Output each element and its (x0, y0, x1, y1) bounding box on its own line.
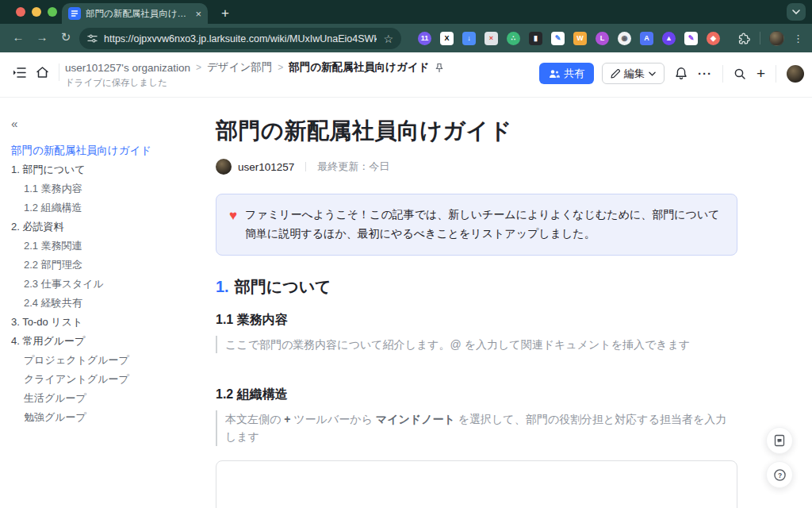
toc-item[interactable]: 2.1 業務関連 (0, 237, 206, 256)
placeholder-text-1-1[interactable]: ここで部門の業務内容について紹介します。@ を入力して関連ドキュメントを挿入でき… (216, 336, 737, 353)
heading-number: 1. (216, 278, 229, 295)
refresh-icon[interactable]: ↻ (57, 30, 75, 44)
extension-icon[interactable]: ▲ (662, 32, 676, 45)
toc-item[interactable]: クライアントグループ (0, 370, 206, 389)
extension-icon[interactable]: ↓ (462, 32, 476, 45)
header-divider (59, 64, 59, 81)
section-heading-1: 1.部門について (216, 276, 737, 298)
forward-icon[interactable]: → (33, 30, 51, 44)
extension-icon[interactable]: ◉ (618, 32, 631, 45)
author-name[interactable]: user101257 (238, 161, 294, 173)
minimize-window-button[interactable] (32, 7, 41, 17)
page-title: 部門の新配属社員向けガイド (216, 116, 737, 146)
toc-item[interactable]: 生活グループ (0, 389, 206, 408)
more-options-icon[interactable]: ··· (698, 67, 712, 80)
document-content: 部門の新配属社員向けガイド user101257 最終更新：今日 ♥ ファミリー… (216, 98, 737, 508)
breadcrumb-separator: > (196, 62, 201, 73)
toc-item[interactable]: 2.3 仕事スタイル (0, 275, 206, 294)
new-tab-button[interactable]: + (216, 4, 235, 23)
author-avatar[interactable] (216, 159, 232, 175)
toc-item-label: クライアントグループ (24, 373, 129, 385)
toc-item-label: 部門の新配属社員向けガイド (11, 144, 151, 156)
site-settings-icon[interactable] (87, 33, 98, 44)
fullscreen-window-button[interactable] (48, 7, 57, 17)
browser-menu-icon[interactable]: ⋮ (793, 33, 803, 44)
create-new-icon[interactable]: + (756, 65, 765, 83)
extension-icon[interactable]: ✎ (551, 32, 565, 45)
toc-item[interactable]: 2.4 経験共有 (0, 294, 206, 313)
bookmark-star-icon[interactable]: ☆ (383, 33, 393, 45)
back-icon[interactable]: ← (10, 30, 27, 44)
toc-item-label: 勉強グループ (24, 411, 86, 423)
home-icon[interactable] (36, 66, 49, 79)
toc-item[interactable]: 2. 必読資料 (0, 217, 206, 237)
browser-tab[interactable]: 部門の新配属社員向けガイド - L × (62, 3, 208, 24)
toc-item[interactable]: プロジェクトグループ (0, 351, 206, 370)
breadcrumb-org[interactable]: user101257's organization (65, 62, 190, 74)
extensions-row: 11 X ↓ × ∴ ▮ ✎ W L ◉ A ▲ ✎ ◆ (418, 24, 720, 52)
toc-item[interactable]: 部門の新配属社員向けガイド (0, 141, 206, 160)
breadcrumb-dept[interactable]: デザイン部門 (207, 60, 272, 75)
extension-icon[interactable]: W (573, 32, 587, 45)
author-row: user101257 最終更新：今日 (216, 159, 737, 175)
breadcrumb-separator: > (278, 62, 283, 73)
url-bar[interactable]: https://ojpxvvw6nxo3.jp.larksuite.com/wi… (79, 28, 401, 49)
extension-icon[interactable]: A (640, 32, 653, 45)
toc-item-label: 4. 常用グループ (11, 335, 85, 347)
heart-emoji: ♥ (229, 206, 237, 244)
tab-close-icon[interactable]: × (195, 9, 201, 19)
meta-divider (305, 162, 306, 171)
notification-bell-icon[interactable] (675, 67, 688, 80)
toc-item-label: 生活グループ (24, 392, 86, 404)
feedback-doc-button[interactable] (766, 427, 793, 454)
welcome-callout: ♥ ファミリーへようこそ！この記事では、新しいチームによりよくなじむために、部門… (216, 194, 737, 256)
toc-item-label: 1. 部門について (11, 164, 86, 175)
toc-item[interactable]: 4. 常用グループ (0, 332, 206, 351)
extension-icon[interactable]: ∴ (507, 32, 520, 45)
chevron-down-icon (649, 71, 656, 76)
toc-item[interactable]: 勉強グループ (0, 408, 206, 427)
close-window-button[interactable] (16, 7, 25, 17)
collapse-sidebar-icon[interactable]: « (11, 117, 206, 130)
toc-item[interactable]: 2.2 部門理念 (0, 256, 206, 275)
heading-text: 部門について (235, 278, 331, 295)
extensions-puzzle-icon[interactable] (737, 32, 751, 45)
table-of-contents: 部門の新配属社員向けガイド 1. 部門について 1.1 業務内容 1.2 組織構… (0, 141, 206, 427)
extension-icon[interactable]: L (596, 32, 609, 45)
callout-text: ファミリーへようこそ！この記事では、新しいチームによりよくなじむために、部門につ… (245, 206, 724, 244)
edit-button[interactable]: 編集 (602, 63, 665, 84)
browser-profile-avatar[interactable] (769, 31, 784, 46)
save-status: ドライブに保存しました (65, 77, 444, 89)
mindnote-embed[interactable]: プロダクトチーム 責任者：「@メンバー名」を入力して関連するメンバーをメンション (216, 460, 737, 508)
help-button[interactable]: ? (766, 461, 793, 488)
toc-item[interactable]: 1.1 業務内容 (0, 179, 206, 198)
section-heading-1-2: 1.2 組織構造 (216, 387, 737, 403)
toc-sidebar: « 部門の新配属社員向けガイド 1. 部門について 1.1 業務内容 1.2 組… (0, 98, 206, 508)
toc-item[interactable]: 3. To-do リスト (0, 313, 206, 332)
extension-icon[interactable]: X (440, 32, 454, 45)
toc-item-label: 2.3 仕事スタイル (24, 278, 104, 290)
screen: 部門の新配属社員向けガイド - L × + ← → ↻ https://ojpx… (0, 0, 812, 508)
last-updated: 最終更新：今日 (317, 160, 389, 174)
extension-icon[interactable]: ▮ (529, 32, 542, 45)
tab-title: 部門の新配属社員向けガイド - L (86, 8, 190, 20)
url-text: https://ojpxvvw6nxo3.jp.larksuite.com/wi… (104, 33, 377, 44)
tab-search-button[interactable] (787, 3, 806, 21)
extension-icon[interactable]: ◆ (707, 32, 720, 45)
extension-icon[interactable]: 11 (418, 32, 431, 45)
share-button[interactable]: 共有 (539, 63, 594, 84)
placeholder-segment: 本文左側の (225, 413, 284, 425)
placeholder-text-1-2[interactable]: 本文左側の + ツールバーから マインドノート を選択して、部門の役割分担と対応… (216, 410, 737, 446)
search-icon[interactable] (733, 67, 746, 80)
toc-item[interactable]: 1.2 組織構造 (0, 198, 206, 217)
extension-icon[interactable]: × (485, 32, 498, 45)
toolbar-divider (760, 32, 760, 44)
pin-icon[interactable] (435, 63, 444, 73)
browser-titlebar: 部門の新配属社員向けガイド - L × + (0, 0, 812, 24)
toc-item-label: 2. 必読資料 (11, 221, 63, 233)
extension-icon[interactable]: ✎ (684, 32, 698, 45)
sidebar-toggle-icon[interactable] (13, 67, 26, 79)
breadcrumb-current-page[interactable]: 部門の新配属社員向けガイド (289, 60, 429, 75)
user-avatar[interactable] (787, 65, 804, 83)
toc-item[interactable]: 1. 部門について (0, 160, 206, 179)
